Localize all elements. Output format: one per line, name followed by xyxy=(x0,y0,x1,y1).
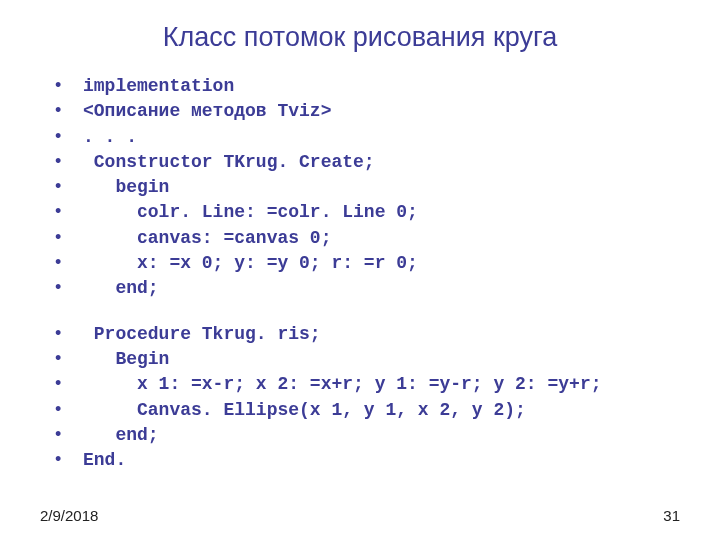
list-item: •End. xyxy=(55,447,720,472)
bullet-icon: • xyxy=(55,371,83,395)
bullet-icon: • xyxy=(55,397,83,421)
bullet-icon: • xyxy=(55,199,83,223)
code-line: . . . xyxy=(83,125,137,149)
code-line: end; xyxy=(83,423,159,447)
list-item: • Begin xyxy=(55,346,720,371)
bullet-icon: • xyxy=(55,447,83,471)
list-item: •<Описание методов Tviz> xyxy=(55,98,720,123)
list-item: • end; xyxy=(55,275,720,300)
list-item: • end; xyxy=(55,422,720,447)
code-line: canvas: =canvas 0; xyxy=(83,226,331,250)
list-item: •. . . xyxy=(55,124,720,149)
code-block: •implementation •<Описание методов Tviz>… xyxy=(0,61,720,472)
list-item: • begin xyxy=(55,174,720,199)
list-item: • Canvas. Ellipse(x 1, y 1, x 2, y 2); xyxy=(55,397,720,422)
code-line: Begin xyxy=(83,347,169,371)
bullet-icon: • xyxy=(55,73,83,97)
code-line: x: =x 0; y: =y 0; r: =r 0; xyxy=(83,251,418,275)
list-item: • x 1: =x-r; x 2: =x+r; y 1: =y-r; y 2: … xyxy=(55,371,720,396)
list-item: • canvas: =canvas 0; xyxy=(55,225,720,250)
code-line: x 1: =x-r; x 2: =x+r; y 1: =y-r; y 2: =y… xyxy=(83,372,601,396)
slide-title: Класс потомок рисования круга xyxy=(0,0,720,61)
bullet-icon: • xyxy=(55,321,83,345)
list-item: • colr. Line: =colr. Line 0; xyxy=(55,199,720,224)
bullet-icon: • xyxy=(55,124,83,148)
list-item: •implementation xyxy=(55,73,720,98)
list-item: • Procedure Tkrug. ris; xyxy=(55,321,720,346)
code-line: <Описание методов Tviz> xyxy=(83,99,331,123)
footer-page: 31 xyxy=(663,507,680,524)
list-item: • x: =x 0; y: =y 0; r: =r 0; xyxy=(55,250,720,275)
code-line: end; xyxy=(83,276,159,300)
bullet-icon: • xyxy=(55,174,83,198)
list-item: • Constructor TKrug. Create; xyxy=(55,149,720,174)
code-line: Canvas. Ellipse(x 1, y 1, x 2, y 2); xyxy=(83,398,526,422)
footer: 2/9/2018 31 xyxy=(40,507,680,524)
bullet-icon: • xyxy=(55,346,83,370)
code-line: colr. Line: =colr. Line 0; xyxy=(83,200,418,224)
code-line: End. xyxy=(83,448,126,472)
code-line: begin xyxy=(83,175,169,199)
code-line: Constructor TKrug. Create; xyxy=(83,150,375,174)
bullet-icon: • xyxy=(55,422,83,446)
bullet-icon: • xyxy=(55,275,83,299)
code-line: Procedure Tkrug. ris; xyxy=(83,322,321,346)
bullet-icon: • xyxy=(55,98,83,122)
bullet-icon: • xyxy=(55,225,83,249)
footer-date: 2/9/2018 xyxy=(40,507,98,524)
bullet-icon: • xyxy=(55,250,83,274)
code-line: implementation xyxy=(83,74,234,98)
bullet-icon: • xyxy=(55,149,83,173)
